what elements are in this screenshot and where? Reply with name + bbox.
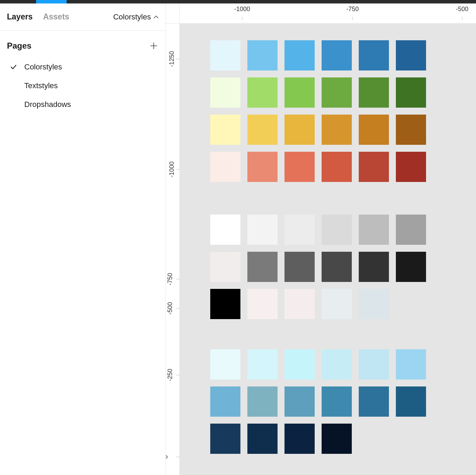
color-swatch[interactable] bbox=[210, 215, 240, 245]
color-swatch[interactable] bbox=[396, 152, 426, 182]
ruler-tick-label: -1000 bbox=[168, 161, 176, 177]
color-swatch[interactable] bbox=[359, 152, 389, 182]
color-swatch[interactable] bbox=[284, 115, 315, 145]
color-swatch[interactable] bbox=[322, 152, 352, 182]
color-swatch[interactable] bbox=[396, 252, 426, 282]
color-swatch[interactable] bbox=[396, 215, 426, 245]
color-swatch[interactable] bbox=[247, 77, 278, 108]
color-swatch[interactable] bbox=[247, 252, 278, 282]
ruler-horizontal[interactable]: -1000-750-500-250 bbox=[180, 3, 476, 24]
color-swatch[interactable] bbox=[359, 349, 389, 380]
color-swatch[interactable] bbox=[322, 40, 352, 70]
color-swatch[interactable] bbox=[322, 77, 352, 108]
color-swatch[interactable] bbox=[359, 386, 389, 417]
page-item-colorstyles[interactable]: Colorstyles bbox=[7, 58, 159, 76]
color-swatch[interactable] bbox=[359, 115, 389, 145]
ruler-tick-label: -500 bbox=[456, 6, 468, 13]
tab-assets[interactable]: Assets bbox=[43, 12, 69, 22]
active-tool-highlight bbox=[36, 0, 67, 3]
page-item-textstyles[interactable]: Textstyles bbox=[7, 76, 159, 95]
page-selector-label: Colorstyles bbox=[113, 12, 151, 22]
ruler-tick-mark bbox=[176, 375, 180, 375]
color-swatch[interactable] bbox=[210, 40, 240, 70]
ruler-corner bbox=[166, 3, 180, 24]
pages-list: ColorstylesTextstylesDropshadows bbox=[7, 55, 159, 114]
color-swatch[interactable] bbox=[210, 386, 240, 417]
ruler-tick-mark bbox=[176, 59, 180, 59]
color-swatch[interactable] bbox=[210, 115, 240, 145]
color-swatch[interactable] bbox=[247, 289, 278, 319]
chevron-up-icon bbox=[154, 15, 159, 19]
color-swatch[interactable] bbox=[210, 424, 240, 454]
color-swatch[interactable] bbox=[247, 386, 278, 417]
color-swatch[interactable] bbox=[284, 152, 315, 182]
pages-header: Pages bbox=[7, 37, 159, 55]
color-swatch[interactable] bbox=[284, 349, 315, 380]
page-item-label: Dropshadows bbox=[24, 100, 71, 109]
color-swatch[interactable] bbox=[210, 152, 240, 182]
color-swatch[interactable] bbox=[210, 252, 240, 282]
ruler-tick-label: -1250 bbox=[168, 51, 176, 67]
color-swatch[interactable] bbox=[210, 289, 240, 319]
main-area: Layers Assets Colorstyles Pages Colorsty… bbox=[0, 3, 476, 475]
tab-layers[interactable]: Layers bbox=[7, 12, 33, 22]
color-swatch[interactable] bbox=[359, 77, 389, 108]
ruler-tick-mark bbox=[176, 308, 180, 309]
color-swatch[interactable] bbox=[396, 386, 426, 417]
color-swatch[interactable] bbox=[322, 115, 352, 145]
color-swatch[interactable] bbox=[284, 424, 315, 454]
ruler-tick-label: -750 bbox=[346, 6, 359, 13]
ruler-tick-label: 0 bbox=[166, 455, 169, 459]
ruler-vertical[interactable]: -1250-1000-750-500-2500 bbox=[166, 24, 180, 475]
color-swatch[interactable] bbox=[396, 77, 426, 108]
color-swatch[interactable] bbox=[247, 215, 278, 245]
color-swatch[interactable] bbox=[284, 386, 315, 417]
color-swatch[interactable] bbox=[284, 289, 315, 319]
ruler-tick-mark bbox=[352, 17, 353, 20]
canvas-area: -1000-750-500-250 -1250-1000-750-500-250… bbox=[166, 3, 476, 475]
color-swatch[interactable] bbox=[396, 40, 426, 70]
pages-title: Pages bbox=[7, 41, 32, 51]
color-swatch[interactable] bbox=[284, 215, 315, 245]
ruler-tick-mark bbox=[176, 457, 180, 457]
color-swatch[interactable] bbox=[322, 386, 352, 417]
ruler-tick-label: -250 bbox=[167, 369, 174, 381]
color-swatch[interactable] bbox=[284, 252, 315, 282]
check-icon bbox=[10, 65, 24, 69]
ruler-tick-mark bbox=[462, 17, 462, 20]
color-swatch[interactable] bbox=[284, 40, 315, 70]
color-swatch[interactable] bbox=[247, 349, 278, 380]
color-swatch[interactable] bbox=[322, 289, 352, 319]
color-swatch[interactable] bbox=[359, 40, 389, 70]
color-swatch[interactable] bbox=[396, 349, 426, 380]
sidebar-tabs: Layers Assets Colorstyles bbox=[0, 3, 165, 31]
color-swatch[interactable] bbox=[247, 152, 278, 182]
color-swatch[interactable] bbox=[210, 349, 240, 380]
canvas-viewport[interactable] bbox=[180, 24, 476, 475]
ruler-tick-mark bbox=[176, 169, 180, 170]
ruler-tick-mark bbox=[176, 279, 180, 280]
pages-section: Pages ColorstylesTextstylesDropshadows bbox=[0, 31, 165, 114]
color-swatch[interactable] bbox=[322, 215, 352, 245]
color-swatch[interactable] bbox=[247, 115, 278, 145]
color-swatch[interactable] bbox=[322, 349, 352, 380]
color-swatch[interactable] bbox=[210, 77, 240, 108]
ruler-tick-label: -500 bbox=[167, 302, 174, 315]
page-item-dropshadows[interactable]: Dropshadows bbox=[7, 95, 159, 114]
page-selector-dropdown[interactable]: Colorstyles bbox=[113, 12, 159, 22]
color-swatch[interactable] bbox=[247, 40, 278, 70]
color-swatch[interactable] bbox=[322, 424, 352, 454]
page-item-label: Textstyles bbox=[24, 81, 58, 90]
color-swatch[interactable] bbox=[322, 252, 352, 282]
color-swatch[interactable] bbox=[359, 252, 389, 282]
color-swatch[interactable] bbox=[359, 289, 389, 319]
color-swatch[interactable] bbox=[396, 115, 426, 145]
ruler-tick-label: -1000 bbox=[234, 6, 250, 13]
color-swatch[interactable] bbox=[247, 424, 278, 454]
page-item-label: Colorstyles bbox=[24, 62, 62, 72]
add-page-button[interactable] bbox=[149, 41, 159, 51]
color-swatch[interactable] bbox=[284, 77, 315, 108]
color-swatch[interactable] bbox=[359, 215, 389, 245]
ruler-tick-mark bbox=[242, 17, 243, 20]
ruler-tick-label: -750 bbox=[167, 273, 174, 285]
